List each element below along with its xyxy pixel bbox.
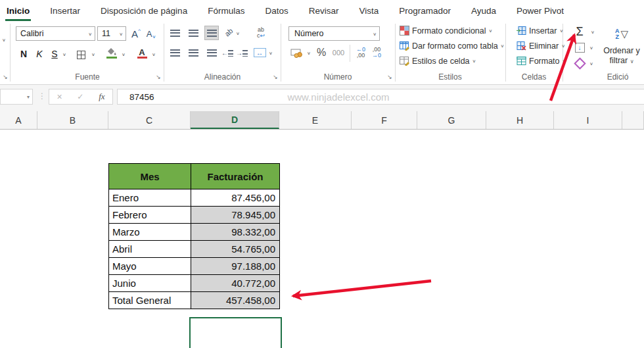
column-header-g[interactable]: G (417, 111, 486, 129)
align-center-button[interactable] (187, 46, 200, 59)
fill-button[interactable]: ↓ (573, 41, 586, 54)
group-separator (10, 24, 11, 82)
cell-valor-abril[interactable]: 54.765,00 (191, 241, 280, 258)
numero-dialog-launcher-icon[interactable]: ↘ (386, 74, 393, 80)
menu-tab-revisar[interactable]: Revisar (308, 0, 340, 21)
column-header-b[interactable]: B (37, 111, 108, 129)
menu-tab-f-rmulas[interactable]: Fórmulas (206, 0, 246, 21)
sheet-grid[interactable]: MesFacturaciónEnero87.456,00Febrero78.94… (0, 130, 644, 348)
enter-button[interactable]: ✓ (77, 92, 83, 101)
insert-cells-button[interactable]: Insertar∨ (517, 24, 563, 37)
increase-font-size-button[interactable]: A^ (129, 26, 143, 41)
decrease-indent-button[interactable]: ← (221, 46, 234, 59)
borders-chevron-icon[interactable]: ∨ (89, 49, 97, 59)
cell-styles-icon (400, 56, 409, 66)
merge-center-icon: ↔ (254, 48, 266, 57)
column-header-h[interactable]: H (486, 111, 554, 129)
clear-button[interactable] (573, 57, 586, 70)
align-middle-button[interactable] (187, 26, 200, 39)
format-cells-button[interactable]: Formato∨ (517, 55, 566, 67)
menu-tab-disposici-n-de-p-gina[interactable]: Disposición de página (99, 0, 189, 21)
accounting-chevron-icon[interactable]: ∨ (305, 47, 313, 58)
italic-button[interactable]: K (33, 46, 46, 62)
insert-function-button[interactable]: fx (99, 91, 104, 102)
cell-valor-mayo[interactable]: 97.188,00 (191, 258, 280, 275)
sort-filter-button[interactable]: AZ ▽ (609, 24, 635, 45)
column-header-d[interactable]: D (191, 111, 279, 129)
drag-dots-icon[interactable]: ⋮ (38, 91, 46, 101)
cell-valor-total-general[interactable]: 457.458,00 (191, 292, 280, 309)
decrease-decimal-button[interactable]: ,00→0 (369, 45, 384, 61)
merge-center-button[interactable]: ↔ (252, 46, 267, 59)
delete-cells-button[interactable]: Eliminar∨ (517, 39, 565, 52)
sort-filter-label-wrap[interactable]: Ordenar y filtrar ∨ (599, 46, 644, 66)
menu-tab-power-pivot[interactable]: Power Pivot (515, 0, 565, 21)
menu-tab-insertar[interactable]: Insertar (49, 0, 81, 21)
menu-tab-programador[interactable]: Programador (398, 0, 452, 21)
increase-decimal-icon: ←0,00 (356, 47, 365, 59)
cell-mes-enero[interactable]: Enero (109, 189, 191, 207)
wrap-text-button[interactable]: abc↩ (252, 25, 269, 41)
bold-button[interactable]: N (17, 46, 30, 62)
column-header-c[interactable]: C (108, 111, 191, 129)
align-left-button[interactable] (168, 46, 181, 59)
clipboard-dialog-launcher-icon[interactable]: ↘ (2, 74, 9, 80)
menu-tab-ayuda[interactable]: Ayuda (470, 0, 497, 21)
column-header-i[interactable]: I (554, 111, 622, 129)
column-header-e[interactable]: E (279, 111, 352, 129)
cell-valor-junio[interactable]: 40.772,00 (191, 275, 280, 292)
cell-mes-junio[interactable]: Junio (109, 275, 191, 292)
increase-indent-button[interactable]: → (235, 46, 248, 59)
column-header-a[interactable]: A (0, 111, 37, 129)
percent-style-button[interactable]: % (314, 45, 329, 61)
font-size-select[interactable]: 11 ∨ (97, 26, 126, 41)
menu-tab-vista[interactable]: Vista (357, 0, 380, 21)
font-color-chevron-icon[interactable]: ∨ (150, 49, 158, 59)
cell-valor-marzo[interactable]: 98.332,00 (191, 224, 280, 241)
number-format-select[interactable]: Número ∨ (288, 26, 380, 41)
underline-chevron-icon[interactable]: ∨ (60, 49, 68, 59)
increase-decimal-button[interactable]: ←0,00 (354, 45, 368, 61)
align-bottom-button[interactable] (205, 26, 218, 39)
cell-valor-enero[interactable]: 87.456,00 (191, 189, 280, 207)
column-header-partial[interactable] (622, 111, 644, 129)
format-as-table-button[interactable]: Dar formato como tabla∨ (400, 39, 504, 52)
borders-icon (77, 51, 85, 59)
merge-center-chevron-icon[interactable]: ∨ (267, 47, 275, 58)
menu-tab-inicio[interactable]: Inicio (5, 0, 31, 21)
orientation-chevron-icon[interactable]: ∨ (234, 28, 242, 38)
font-color-button[interactable]: A (135, 45, 149, 62)
accounting-format-button[interactable] (289, 45, 305, 60)
cell-mes-total-general[interactable]: Total General (109, 292, 191, 309)
fill-chevron-icon[interactable]: ∨ (587, 42, 595, 53)
name-box[interactable]: ▾ (0, 89, 33, 105)
cell-valor-febrero[interactable]: 78.945,00 (191, 207, 280, 224)
fill-color-chevron-icon[interactable]: ∨ (120, 49, 127, 59)
conditional-formatting-button[interactable]: Formato condicional∨ (400, 24, 492, 37)
column-header-f[interactable]: F (352, 111, 417, 129)
fuente-dialog-launcher-icon[interactable]: ↘ (155, 74, 162, 80)
underline-button[interactable]: S (49, 46, 60, 62)
clipboard-chevron-icon[interactable]: ∨ (0, 36, 8, 43)
fill-color-button[interactable] (105, 45, 118, 62)
align-top-button[interactable] (168, 26, 181, 39)
autosum-chevron-icon[interactable]: ∨ (589, 26, 597, 37)
cell-mes-febrero[interactable]: Febrero (109, 207, 191, 224)
cell-mes-mayo[interactable]: Mayo (109, 258, 191, 275)
menu-tab-datos[interactable]: Datos (264, 0, 289, 21)
table-header-facturación[interactable]: Facturación (191, 164, 280, 189)
cell-styles-button[interactable]: Estilos de celda∨ (400, 55, 476, 67)
align-right-button[interactable] (205, 46, 218, 59)
autosum-button[interactable]: Σ (572, 24, 587, 39)
cell-mes-marzo[interactable]: Marzo (109, 224, 191, 241)
clear-chevron-icon[interactable]: ∨ (587, 58, 595, 68)
borders-button[interactable] (75, 49, 87, 61)
chevron-down-icon: ∨ (472, 59, 476, 63)
decrease-font-size-button[interactable]: A∨ (145, 26, 158, 41)
cancel-button[interactable]: × (57, 91, 62, 102)
cell-mes-abril[interactable]: Abril (109, 241, 191, 258)
font-family-select[interactable]: Calibri ∨ (16, 26, 95, 41)
table-header-mes[interactable]: Mes (109, 164, 191, 189)
comma-style-button[interactable]: 000 (330, 46, 347, 59)
alineacion-dialog-launcher-icon[interactable]: ↘ (272, 74, 279, 80)
